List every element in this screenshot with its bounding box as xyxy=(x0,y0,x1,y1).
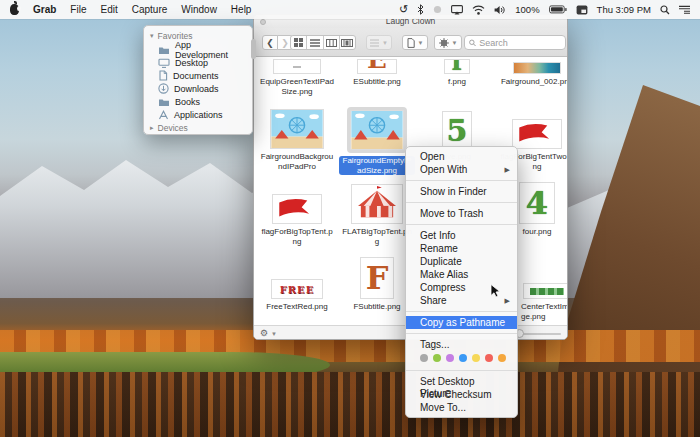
search-input[interactable] xyxy=(479,38,561,48)
bluetooth-icon[interactable] xyxy=(417,4,424,15)
menu-item-open[interactable]: Open xyxy=(406,150,517,163)
submenu-arrow-icon: ▶ xyxy=(505,164,510,176)
sidebar-item-downloads[interactable]: Downloads xyxy=(144,82,252,95)
file-item[interactable]: f f.png xyxy=(417,58,497,87)
sidebar-item-label: App Development xyxy=(175,40,246,60)
menu-item-get-info[interactable]: Get Info xyxy=(406,229,517,242)
file-item[interactable]: FairgroundBackgroundIPadPro xyxy=(257,105,337,171)
menu-item-make-alias[interactable]: Make Alias xyxy=(406,268,517,281)
list-view-button[interactable] xyxy=(307,36,323,49)
selection-highlight xyxy=(347,107,407,153)
menu-item-set-desktop-picture[interactable]: Set Desktop Picture xyxy=(406,375,517,388)
menu-separator xyxy=(406,370,517,371)
icon-view-button[interactable] xyxy=(291,36,307,49)
file-item[interactable]: Fairground_002.png xyxy=(497,58,567,87)
folder-icon xyxy=(158,45,170,55)
menu-file[interactable]: File xyxy=(70,4,86,15)
notification-center-icon[interactable] xyxy=(679,5,690,14)
menu-separator xyxy=(406,311,517,312)
gear-icon[interactable]: ⚙▼ xyxy=(260,328,277,338)
file-item[interactable]: EquipGreenTextIPadSize.png xyxy=(257,58,337,96)
downloads-icon xyxy=(158,83,169,94)
wifi-icon[interactable] xyxy=(472,5,485,15)
volume-icon[interactable] xyxy=(494,5,506,15)
file-thumbnail xyxy=(351,184,403,224)
arrange-button[interactable]: ▼ xyxy=(366,35,392,50)
tag-color-red[interactable] xyxy=(485,354,493,362)
folder-icon xyxy=(158,97,170,107)
sidebar-item-label: Applications xyxy=(174,110,223,120)
menu-edit[interactable]: Edit xyxy=(100,4,117,15)
menu-item-duplicate[interactable]: Duplicate xyxy=(406,255,517,268)
menu-item-show-in-finder[interactable]: Show in Finder xyxy=(406,185,517,198)
tag-color-orange[interactable] xyxy=(498,354,506,362)
apple-menu-icon[interactable] xyxy=(10,4,19,15)
file-name: f.png xyxy=(420,77,494,87)
menu-bar-clock[interactable]: Thu 3:09 PM xyxy=(597,4,651,15)
file-name: ESubtitle.png xyxy=(340,77,414,87)
airplay-display-icon[interactable] xyxy=(451,5,463,15)
chevron-down-icon: ▾ xyxy=(150,32,154,40)
file-thumbnail: E xyxy=(357,59,397,74)
window-control[interactable] xyxy=(260,19,266,25)
file-thumbnail: f xyxy=(444,59,470,74)
file-item[interactable]: E ESubtitle.png xyxy=(337,58,417,87)
tag-color-purple[interactable] xyxy=(446,354,454,362)
icon-size-slider[interactable] xyxy=(516,333,561,335)
menu-item-tags[interactable]: Tags... xyxy=(406,338,517,351)
sidebar-item-label: Downloads xyxy=(174,84,219,94)
document-icon xyxy=(158,70,168,81)
file-thumbnail xyxy=(350,110,404,150)
file-thumbnail xyxy=(512,119,562,149)
file-item[interactable]: flagForBigTopTent.png xyxy=(257,180,337,246)
battery-icon[interactable] xyxy=(549,5,567,14)
tag-color-gray[interactable] xyxy=(420,354,428,362)
sidebar-item-documents[interactable]: Documents xyxy=(144,69,252,82)
chevron-right-icon: ▸ xyxy=(150,124,154,132)
column-view-button[interactable] xyxy=(324,36,340,49)
file-item[interactable]: FREE FreeTextRed.png xyxy=(257,255,337,312)
tag-color-yellow[interactable] xyxy=(472,354,480,362)
menu-item-open-with[interactable]: Open With▶ xyxy=(406,163,517,176)
mouse-cursor-icon xyxy=(490,284,502,298)
file-name: FSubtitle.png xyxy=(340,302,414,312)
devices-label: Devices xyxy=(158,123,188,133)
file-thumbnail xyxy=(272,194,322,224)
menu-item-move-to[interactable]: Move To... xyxy=(406,401,517,414)
tag-color-green[interactable] xyxy=(433,354,441,362)
file-thumbnail: F xyxy=(360,257,394,299)
battery-percent: 100% xyxy=(515,4,539,15)
keychain-icon[interactable] xyxy=(433,5,442,14)
menu-item-view-checksum[interactable]: View Checksum xyxy=(406,388,517,401)
scrollbar-thumb[interactable] xyxy=(251,39,256,59)
menu-window[interactable]: Window xyxy=(181,4,217,15)
menu-capture[interactable]: Capture xyxy=(132,4,168,15)
file-thumbnail xyxy=(273,59,321,74)
tag-color-blue[interactable] xyxy=(459,354,467,362)
file-item[interactable]: CenterTextIm ge.png xyxy=(517,255,567,321)
menu-item-move-to-trash[interactable]: Move to Trash xyxy=(406,207,517,220)
sidebar-item-applications[interactable]: Applications xyxy=(144,108,252,121)
search-field[interactable] xyxy=(464,35,566,50)
menu-grab[interactable]: Grab xyxy=(33,4,56,15)
grab-app-icon[interactable] xyxy=(576,5,588,15)
sidebar-section-devices[interactable]: ▸ Devices xyxy=(144,121,252,135)
desktop: Grab File Edit Capture Window Help ↺ 100… xyxy=(0,0,700,437)
back-button[interactable]: ❮ xyxy=(262,35,278,50)
menu-item-rename[interactable]: Rename xyxy=(406,242,517,255)
time-machine-icon[interactable]: ↺ xyxy=(399,4,408,15)
sidebar-item-app-development[interactable]: App Development xyxy=(144,43,252,56)
search-icon xyxy=(469,39,476,47)
menu-bar: Grab File Edit Capture Window Help ↺ 100… xyxy=(0,0,700,19)
menu-separator xyxy=(406,224,517,225)
sidebar-item-label: Documents xyxy=(173,71,219,81)
coverflow-view-button[interactable] xyxy=(340,36,355,49)
file-name: flagForBigTopTent.png xyxy=(260,227,334,246)
spotlight-icon[interactable] xyxy=(660,5,670,15)
file-name: FLATBigTopTent.png xyxy=(340,227,414,246)
share-button[interactable]: ▼ xyxy=(434,35,462,50)
menu-item-copy-as-pathname[interactable]: Copy as Pathname xyxy=(406,316,517,329)
action-button[interactable]: ▼ xyxy=(402,35,428,50)
sidebar-item-books[interactable]: Books xyxy=(144,95,252,108)
menu-help[interactable]: Help xyxy=(231,4,252,15)
